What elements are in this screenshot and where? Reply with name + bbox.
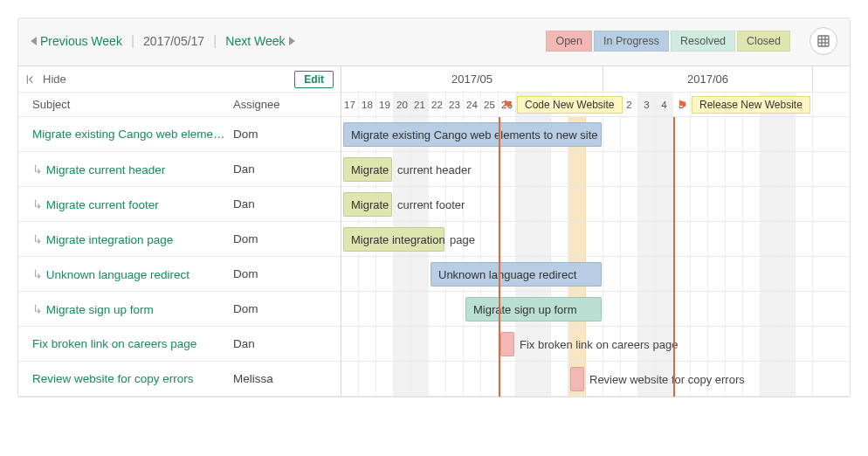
task-assignee: Dom [228, 267, 341, 280]
table-row: Review website for copy errorsMelissa [18, 362, 341, 397]
bar-overflow-label: Fix broken link on careers page [520, 327, 678, 362]
svg-rect-0 [818, 36, 829, 46]
task-assignee: Dan [228, 337, 341, 350]
gantt-panel: Previous Week | 2017/05/17 | Next Week O… [17, 17, 851, 397]
table-row: Migrate current headerDan [18, 152, 341, 187]
task-subject-link[interactable]: Migrate current footer [18, 197, 228, 211]
timeline: 2017/052017/06 1718192021222324252627282… [341, 66, 850, 397]
gantt-bar[interactable]: Migrate sign up form [465, 297, 602, 321]
day-header: 4 [656, 93, 673, 116]
milestone-label: Code New Website [517, 96, 623, 114]
month-header: 2017/05 [341, 66, 603, 92]
timeline-row: Review website for copy errors [341, 362, 850, 397]
task-assignee: Dom [228, 128, 341, 141]
status-legend: Open In Progress Resolved Closed [546, 31, 790, 52]
left-columns: Hide Edit Subject Assignee Migrate exist… [18, 66, 341, 397]
milestone-line [499, 117, 500, 397]
milestone-marker[interactable]: ⚑Code New Website [502, 94, 623, 115]
day-header: 24 [464, 93, 481, 116]
legend-open: Open [546, 31, 592, 52]
day-header: 22 [429, 93, 446, 116]
edit-button[interactable]: Edit [294, 71, 334, 88]
timeline-row: Fix broken link on careers page [341, 327, 850, 362]
timeline-row: Migratecurrent header [341, 152, 850, 187]
timeline-row: Migrate sign up form [341, 292, 850, 327]
timeline-row: Migratecurrent footer [341, 187, 850, 222]
table-row: Unknown language redirectDom [18, 257, 341, 292]
day-header: 25 [481, 93, 499, 116]
triangle-right-icon [289, 37, 295, 45]
timeline-row: Migrate integrationpage [341, 222, 850, 257]
table-row: Fix broken link on careers pageDan [18, 327, 341, 362]
grid: Hide Edit Subject Assignee Migrate exist… [18, 66, 850, 397]
flag-icon: ⚑ [502, 98, 513, 112]
column-header-subject[interactable]: Subject [18, 98, 228, 111]
hide-columns-button[interactable]: Hide [25, 73, 66, 86]
table-row: Migrate existing Cango web eleme…Dom [18, 117, 341, 152]
task-assignee: Dom [228, 232, 341, 245]
gantt-bar[interactable] [570, 367, 584, 391]
bar-overflow-label: current header [397, 152, 472, 187]
legend-resolved: Resolved [671, 31, 735, 52]
next-week-link[interactable]: Next Week [225, 34, 294, 48]
task-subject-link[interactable]: Review website for copy errors [18, 372, 228, 385]
current-date: 2017/05/17 [143, 34, 204, 48]
task-subject-link[interactable]: Migrate current header [18, 162, 228, 176]
task-subject-link[interactable]: Unknown language redirect [18, 267, 228, 281]
gantt-bar[interactable]: Migrate [343, 157, 392, 182]
table-row: Migrate integration pageDom [18, 222, 341, 257]
gantt-bar[interactable]: Migrate [343, 192, 392, 217]
separator: | [213, 33, 217, 49]
column-header-assignee[interactable]: Assignee [228, 98, 341, 111]
timeline-row: Migrate existing Cango web elements to n… [341, 117, 850, 152]
bar-overflow-label: page [450, 222, 475, 257]
day-header: 3 [638, 93, 656, 116]
task-subject-link[interactable]: Migrate integration page [18, 232, 228, 246]
legend-closed: Closed [737, 31, 790, 52]
task-assignee: Dom [228, 302, 341, 315]
day-header: 2 [621, 93, 638, 116]
table-icon [816, 34, 830, 48]
bar-overflow-label: Review website for copy errors [589, 362, 745, 397]
task-subject-link[interactable]: Fix broken link on careers page [18, 337, 228, 350]
next-week-label: Next Week [225, 34, 285, 48]
toolbar: Previous Week | 2017/05/17 | Next Week O… [18, 18, 850, 66]
day-header: 23 [446, 93, 464, 116]
timeline-row: Unknown language redirect [341, 257, 850, 292]
milestone-label: Release New Website [692, 96, 810, 114]
task-assignee: Dan [228, 162, 341, 176]
day-header: 18 [359, 93, 376, 116]
gantt-bar[interactable]: Migrate existing Cango web elements to n… [343, 122, 602, 147]
task-subject-link[interactable]: Migrate sign up form [18, 302, 228, 316]
gantt-bar[interactable]: Unknown language redirect [431, 262, 602, 287]
day-header: 20 [394, 93, 411, 116]
gantt-bar[interactable]: Migrate integration [343, 227, 444, 252]
prev-week-link[interactable]: Previous Week [31, 34, 122, 48]
legend-in-progress: In Progress [594, 31, 669, 52]
milestone-line [673, 117, 675, 397]
flag-icon: ⚑ [677, 98, 688, 112]
prev-week-label: Previous Week [40, 34, 122, 48]
day-header: 19 [376, 93, 394, 116]
milestone-marker[interactable]: ⚑Release New Website [677, 94, 810, 115]
gantt-bar[interactable] [500, 332, 514, 356]
task-assignee: Melissa [228, 372, 341, 385]
bar-overflow-label: current footer [397, 187, 465, 222]
table-row: Migrate sign up formDom [18, 292, 341, 327]
collapse-left-icon [25, 73, 38, 86]
hide-label: Hide [43, 73, 66, 86]
settings-button[interactable] [809, 27, 837, 55]
task-assignee: Dan [228, 197, 341, 211]
task-subject-link[interactable]: Migrate existing Cango web eleme… [18, 128, 228, 141]
table-row: Migrate current footerDan [18, 187, 341, 222]
separator: | [131, 33, 134, 49]
day-header: 21 [411, 93, 429, 116]
day-header: 17 [341, 93, 359, 116]
month-header: 2017/06 [603, 66, 813, 92]
triangle-left-icon [31, 37, 37, 45]
